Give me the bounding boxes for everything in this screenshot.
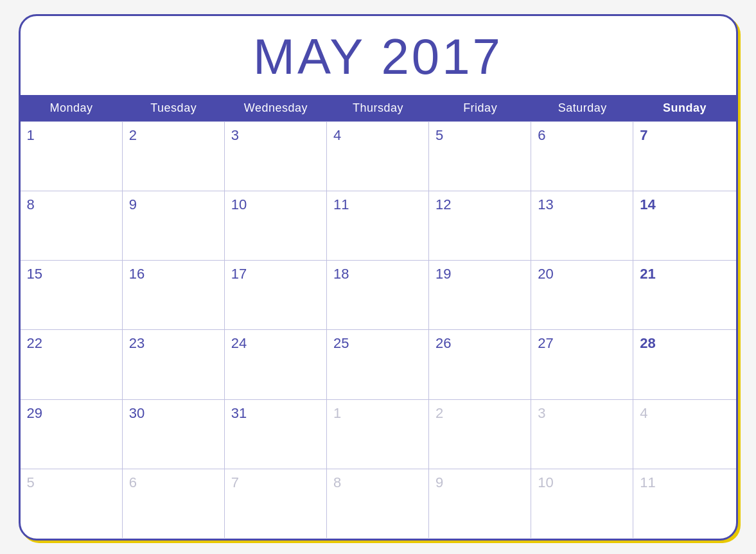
header-monday: Monday	[21, 95, 123, 121]
cell-may-2: 2	[123, 122, 225, 191]
cell-may-25: 25	[327, 330, 429, 399]
cell-jun-1: 1	[327, 400, 429, 469]
week-5: 29 30 31 1 2 3 4	[21, 399, 736, 469]
cell-may-24: 24	[225, 330, 327, 399]
cell-may-10: 10	[225, 191, 327, 260]
cell-jun-7: 7	[225, 469, 327, 538]
cell-may-30: 30	[123, 400, 225, 469]
cell-may-16: 16	[123, 261, 225, 329]
cell-may-22: 22	[21, 330, 123, 399]
cell-jun-3: 3	[531, 400, 633, 469]
week-3: 15 16 17 18 19 20 21	[21, 260, 736, 329]
cell-jun-8: 8	[327, 469, 429, 538]
cell-may-7: 7	[633, 122, 735, 191]
cell-may-8: 8	[21, 191, 123, 260]
week-6: 5 6 7 8 9 10 11	[21, 469, 736, 538]
cell-jun-11: 11	[633, 469, 735, 538]
week-4: 22 23 24 25 26 27 28	[21, 329, 736, 399]
header-thursday: Thursday	[327, 95, 429, 121]
cell-jun-10: 10	[531, 469, 633, 538]
header-sunday: Sunday	[633, 95, 735, 121]
cell-may-5: 5	[429, 122, 531, 191]
calendar-body: 1 2 3 4 5 6 7 8 9 10 11 12 13 14 15 16	[21, 121, 736, 539]
cell-may-31: 31	[225, 400, 327, 469]
cell-may-20: 20	[531, 261, 633, 329]
cell-may-12: 12	[429, 191, 531, 260]
cell-may-11: 11	[327, 191, 429, 260]
week-1: 1 2 3 4 5 6 7	[21, 121, 736, 191]
cell-may-13: 13	[531, 191, 633, 260]
cell-may-28: 28	[633, 330, 735, 399]
header-saturday: Saturday	[531, 95, 633, 121]
header-wednesday: Wednesday	[225, 95, 327, 121]
cell-may-27: 27	[531, 330, 633, 399]
header-tuesday: Tuesday	[123, 95, 225, 121]
cell-may-18: 18	[327, 261, 429, 329]
cell-jun-2: 2	[429, 400, 531, 469]
cell-may-9: 9	[123, 191, 225, 260]
header-friday: Friday	[429, 95, 531, 121]
calendar-grid: Monday Tuesday Wednesday Thursday Friday…	[21, 95, 736, 539]
cell-may-14: 14	[633, 191, 735, 260]
cell-may-4: 4	[327, 122, 429, 191]
cell-may-6: 6	[531, 122, 633, 191]
cell-may-26: 26	[429, 330, 531, 399]
cell-may-17: 17	[225, 261, 327, 329]
cell-may-21: 21	[633, 261, 735, 329]
day-headers: Monday Tuesday Wednesday Thursday Friday…	[21, 95, 736, 121]
cell-may-19: 19	[429, 261, 531, 329]
week-2: 8 9 10 11 12 13 14	[21, 191, 736, 260]
cell-jun-5: 5	[21, 469, 123, 538]
cell-jun-6: 6	[123, 469, 225, 538]
cell-may-29: 29	[21, 400, 123, 469]
cell-jun-9: 9	[429, 469, 531, 538]
cell-may-15: 15	[21, 261, 123, 329]
cell-may-1: 1	[21, 122, 123, 191]
calendar-title: MAY 2017	[21, 16, 736, 95]
calendar-container: MAY 2017 Monday Tuesday Wednesday Thursd…	[19, 14, 738, 541]
cell-may-23: 23	[123, 330, 225, 399]
cell-may-3: 3	[225, 122, 327, 191]
cell-jun-4: 4	[633, 400, 735, 469]
